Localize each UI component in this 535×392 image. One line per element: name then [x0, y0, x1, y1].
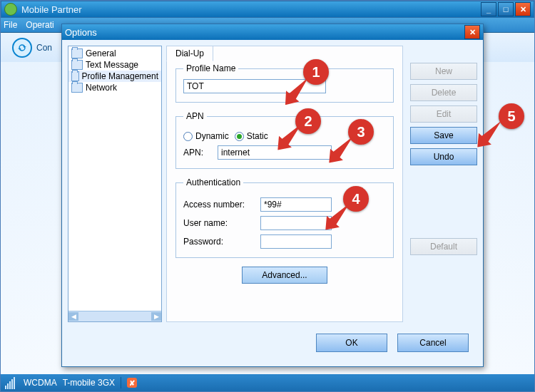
apn-legend: APN	[183, 111, 207, 121]
cancel-button[interactable]: Cancel	[397, 334, 469, 352]
dialog-close-button[interactable]: ✕	[464, 25, 480, 39]
apn-dynamic-option[interactable]: Dynamic	[183, 131, 229, 141]
status-tech: WCDMA	[24, 378, 57, 388]
connect-button[interactable]: Con	[6, 35, 58, 61]
app-icon	[4, 3, 17, 16]
annotation-badge-4: 4	[343, 186, 369, 212]
apn-static-radio[interactable]	[235, 132, 244, 141]
tree-item-general[interactable]: General	[68, 48, 161, 59]
username-label: User name:	[183, 218, 255, 228]
folder-icon	[71, 60, 83, 70]
apn-label: APN:	[183, 148, 212, 158]
app-title: Mobile Partner	[21, 4, 481, 15]
status-separator	[121, 377, 121, 388]
apn-dynamic-radio[interactable]	[183, 132, 193, 141]
menu-operation[interactable]: Operati	[26, 20, 54, 30]
undo-button[interactable]: Undo	[410, 148, 477, 165]
dialog-footer: OK Cancel	[62, 328, 483, 352]
tree-label: Profile Management	[82, 71, 158, 81]
folder-icon	[71, 71, 79, 81]
scroll-right-icon[interactable]: ▶	[151, 312, 161, 321]
username-input[interactable]	[260, 216, 332, 230]
options-tree: General Text Message Profile Management …	[68, 46, 162, 322]
main-close-button[interactable]: ✕	[515, 2, 531, 16]
profile-name-legend: Profile Name	[183, 63, 238, 73]
tree-item-text-message[interactable]: Text Message	[68, 59, 161, 71]
main-window-titlebar: Mobile Partner _ □ ✕	[1, 1, 534, 18]
profile-name-group: Profile Name	[175, 63, 394, 103]
advanced-button[interactable]: Advanced...	[242, 267, 327, 284]
minimize-button[interactable]: _	[481, 2, 496, 16]
save-button[interactable]: Save	[410, 127, 477, 144]
tree-label: Network	[86, 83, 117, 93]
status-warn-icon: ✘	[127, 378, 137, 388]
access-number-input[interactable]	[260, 197, 332, 212]
apn-static-label: Static	[247, 131, 268, 141]
annotation-badge-2: 2	[295, 108, 321, 134]
scroll-left-icon[interactable]: ◀	[68, 312, 78, 321]
apn-dynamic-label: Dynamic	[195, 131, 229, 141]
annotation-badge-3: 3	[348, 119, 374, 145]
menu-file[interactable]: File	[4, 20, 17, 30]
status-carrier: T-mobile 3GX	[63, 378, 115, 388]
password-label: Password:	[183, 237, 255, 247]
tree-label: Text Message	[86, 60, 138, 70]
dialup-panel: Dial-Up Profile Name APN Dynamic	[166, 46, 403, 322]
default-button[interactable]: Default	[410, 238, 477, 255]
annotation-badge-5: 5	[499, 103, 524, 129]
options-dialog: Options ✕ General Text Message	[61, 24, 484, 367]
tree-item-network[interactable]: Network	[68, 82, 161, 93]
tree-hscrollbar[interactable]: ◀ ▶	[68, 311, 161, 321]
tree-label: General	[86, 48, 116, 58]
apn-input[interactable]	[218, 145, 332, 160]
dialog-title: Options	[65, 27, 464, 38]
auth-legend: Authentication	[183, 177, 243, 187]
dialog-button-column: New Delete Edit Save Undo Default	[410, 46, 477, 322]
new-button[interactable]: New	[410, 63, 477, 80]
delete-button[interactable]: Delete	[410, 84, 477, 101]
statusbar: WCDMA T-mobile 3GX ✘	[1, 374, 534, 391]
connect-label: Con	[36, 43, 52, 53]
ok-button[interactable]: OK	[316, 334, 387, 352]
dialog-titlebar: Options ✕	[62, 24, 483, 40]
apn-static-option[interactable]: Static	[235, 131, 268, 141]
password-input[interactable]	[260, 234, 332, 249]
tab-dialup[interactable]: Dial-Up	[166, 46, 213, 61]
sync-icon	[12, 38, 32, 58]
profile-name-input[interactable]	[183, 79, 326, 93]
annotation-badge-1: 1	[303, 59, 329, 85]
maximize-button[interactable]: □	[498, 2, 514, 16]
signal-icon	[5, 377, 15, 389]
access-number-label: Access number:	[183, 200, 255, 210]
folder-icon	[71, 48, 83, 58]
folder-icon	[71, 83, 83, 93]
edit-button[interactable]: Edit	[410, 105, 477, 123]
tree-item-profile-management[interactable]: Profile Management	[68, 71, 161, 82]
